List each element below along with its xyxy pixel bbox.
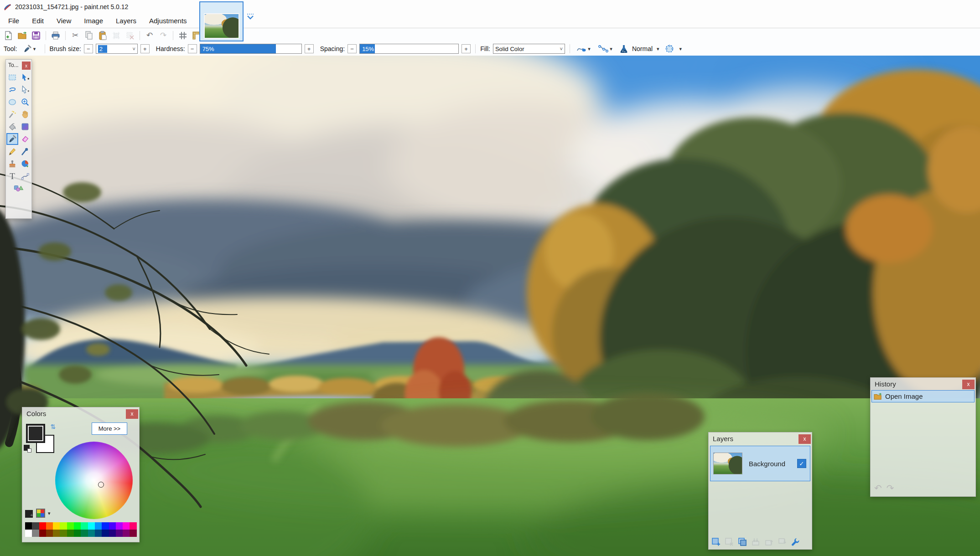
spacing-slider[interactable]: 15% bbox=[359, 44, 459, 54]
save-button[interactable] bbox=[30, 30, 42, 41]
brush-size-combo[interactable]: 2 ˅ bbox=[96, 44, 138, 54]
layer-visible-checkbox[interactable]: ✓ bbox=[797, 459, 806, 468]
primary-color-swatch[interactable] bbox=[26, 424, 45, 443]
colors-panel-close-button[interactable]: x bbox=[126, 409, 138, 419]
palette-swatch[interactable] bbox=[95, 522, 102, 530]
tool-pan[interactable] bbox=[19, 108, 31, 120]
brush-size-increment-button[interactable]: + bbox=[140, 44, 150, 53]
color-wheel[interactable] bbox=[55, 442, 133, 519]
history-panel-titlebar[interactable]: History x bbox=[871, 378, 975, 390]
palette-swatch[interactable] bbox=[109, 530, 116, 537]
spacing-decrement-button[interactable]: − bbox=[347, 44, 357, 53]
palette-swatch[interactable] bbox=[67, 522, 74, 530]
palette-swatch[interactable] bbox=[109, 522, 116, 530]
palette-swatch[interactable] bbox=[53, 530, 60, 537]
layers-panel-titlebar[interactable]: Layers x bbox=[709, 432, 812, 444]
palette-swatch[interactable] bbox=[60, 530, 67, 537]
layer-row-background[interactable]: Background ✓ bbox=[710, 446, 810, 481]
undo-button[interactable]: ↶ bbox=[144, 30, 156, 41]
title-bar[interactable]: 20231031_154721.jpg - paint.net 5.0.12 bbox=[0, 0, 980, 14]
palette-swatch[interactable] bbox=[32, 522, 39, 530]
toggle-grid-button[interactable] bbox=[177, 30, 189, 41]
hardness-increment-button[interactable]: + bbox=[305, 44, 314, 53]
palette-swatch[interactable] bbox=[25, 530, 32, 537]
open-file-button[interactable] bbox=[16, 30, 28, 41]
tool-color-picker[interactable] bbox=[19, 145, 31, 157]
menu-file[interactable]: File bbox=[2, 14, 26, 27]
merge-layer-down-button[interactable] bbox=[751, 537, 761, 547]
menu-layers[interactable]: Layers bbox=[109, 14, 143, 27]
menu-image[interactable]: Image bbox=[78, 14, 109, 27]
tool-eraser[interactable] bbox=[19, 133, 31, 145]
copy-button[interactable] bbox=[83, 30, 95, 41]
layers-panel-close-button[interactable]: x bbox=[799, 434, 811, 444]
new-file-button[interactable] bbox=[3, 30, 15, 41]
move-layer-up-button[interactable] bbox=[764, 537, 774, 547]
history-panel-close-button[interactable]: x bbox=[962, 380, 975, 389]
palette-swatch[interactable] bbox=[60, 522, 67, 530]
selection-clipping-dropdown-button[interactable]: ▾ bbox=[679, 46, 682, 52]
print-button[interactable] bbox=[50, 30, 62, 41]
antialiasing-button[interactable]: ▾ bbox=[575, 43, 594, 54]
tool-paint-bucket[interactable] bbox=[6, 121, 18, 133]
palette-swatch[interactable] bbox=[116, 522, 123, 530]
tool-rectangle-select[interactable] bbox=[6, 72, 18, 83]
tool-move-selected-pixels[interactable] bbox=[19, 72, 31, 83]
palette-menu-dropdown-arrow[interactable]: ▾ bbox=[48, 510, 51, 516]
crop-to-selection-button[interactable] bbox=[110, 30, 122, 41]
palette-swatch[interactable] bbox=[95, 530, 102, 537]
palette-swatch[interactable] bbox=[39, 522, 46, 530]
paste-button[interactable] bbox=[97, 30, 109, 41]
swap-colors-button[interactable]: ⇄ bbox=[50, 424, 57, 429]
menu-view[interactable]: View bbox=[50, 14, 78, 27]
palette-swatch[interactable] bbox=[46, 522, 53, 530]
fill-style-combo[interactable]: Solid Color ˅ bbox=[493, 44, 565, 54]
palette-swatch[interactable] bbox=[81, 522, 88, 530]
palette-swatch[interactable] bbox=[81, 530, 88, 537]
palette-swatch[interactable] bbox=[53, 522, 60, 530]
tool-shapes[interactable] bbox=[13, 182, 25, 194]
brush-size-decrement-button[interactable]: − bbox=[84, 44, 93, 53]
tool-pencil[interactable] bbox=[6, 145, 18, 157]
brush-dynamics-button[interactable]: ▾ bbox=[596, 43, 616, 54]
add-to-palette-button[interactable] bbox=[25, 510, 33, 518]
palette-swatch[interactable] bbox=[130, 530, 136, 537]
add-layer-button[interactable] bbox=[711, 537, 721, 547]
tool-ellipse-select[interactable] bbox=[6, 96, 18, 108]
tool-text[interactable]: T bbox=[6, 170, 18, 182]
palette-swatch[interactable] bbox=[88, 530, 95, 537]
colors-panel-titlebar[interactable]: Colors x bbox=[22, 407, 139, 419]
palette-menu-button[interactable] bbox=[36, 509, 45, 518]
tool-lasso-select[interactable] bbox=[6, 84, 18, 96]
tool-clone-stamp[interactable] bbox=[6, 158, 18, 170]
palette-swatch[interactable] bbox=[123, 530, 130, 537]
palette-swatch[interactable] bbox=[46, 530, 53, 537]
tools-panel-close-button[interactable]: x bbox=[22, 62, 31, 70]
menu-adjustments[interactable]: Adjustments bbox=[143, 14, 193, 27]
image-tab-active[interactable] bbox=[199, 1, 244, 41]
canvas[interactable] bbox=[0, 56, 980, 556]
palette-swatch[interactable] bbox=[130, 522, 136, 530]
blend-mode-dropdown-button[interactable]: ▾ bbox=[657, 46, 659, 52]
tool-move-selection[interactable] bbox=[19, 84, 31, 96]
tool-magic-wand[interactable] bbox=[6, 108, 18, 120]
cut-button[interactable]: ✂ bbox=[69, 30, 81, 41]
tool-line-curve[interactable] bbox=[19, 170, 31, 182]
history-item-open-image[interactable]: Open Image bbox=[871, 390, 975, 402]
colors-more-button[interactable]: More >> bbox=[92, 422, 127, 435]
hardness-decrement-button[interactable]: − bbox=[188, 44, 197, 53]
redo-button[interactable]: ↷ bbox=[157, 30, 169, 41]
palette-swatch[interactable] bbox=[123, 522, 130, 530]
tool-gradient[interactable] bbox=[19, 121, 31, 133]
delete-layer-button[interactable] bbox=[724, 537, 734, 547]
palette-swatch[interactable] bbox=[39, 530, 46, 537]
hardness-slider[interactable]: 75% bbox=[200, 44, 302, 54]
history-undo-button[interactable]: ↶ bbox=[874, 483, 882, 494]
palette-swatch[interactable] bbox=[88, 522, 95, 530]
tools-panel-titlebar[interactable]: To... x bbox=[6, 60, 31, 71]
tool-zoom[interactable] bbox=[19, 96, 31, 108]
palette-swatch[interactable] bbox=[102, 522, 109, 530]
palette-swatch[interactable] bbox=[67, 530, 74, 537]
palette-swatch[interactable] bbox=[102, 530, 109, 537]
history-redo-button[interactable]: ↷ bbox=[887, 483, 894, 494]
